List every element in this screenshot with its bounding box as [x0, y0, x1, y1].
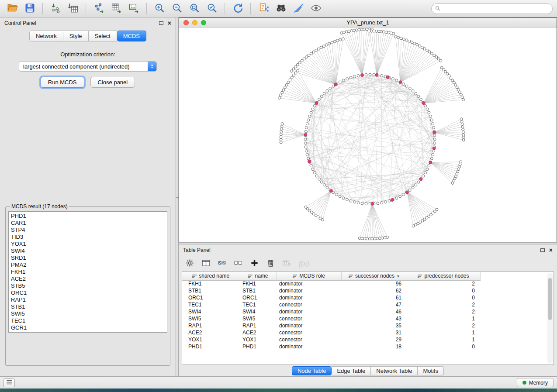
table-tab-network-table[interactable]: Network Table — [371, 366, 418, 375]
table-cell[interactable]: 43 — [341, 315, 407, 322]
table-cell[interactable]: RAP1 — [240, 322, 277, 329]
table-cell[interactable]: PHD1 — [182, 343, 240, 350]
table-cell[interactable]: ORC1 — [240, 294, 277, 301]
table-cell[interactable]: ORC1 — [182, 294, 240, 301]
scrollbar-thumb[interactable] — [548, 278, 552, 320]
table-cell[interactable]: dominator — [277, 280, 341, 287]
column-header-successor-nodes[interactable]: successor nodes▾ — [341, 272, 407, 280]
table-cell[interactable]: connector — [277, 315, 341, 322]
mcds-result-item[interactable]: FKH1 — [9, 268, 167, 275]
table-cell[interactable]: 0 — [407, 294, 480, 301]
network-canvas[interactable] — [179, 28, 556, 242]
table-cell[interactable]: SWI4 — [240, 308, 277, 315]
table-row[interactable]: ACE2ACE2connector311 — [182, 329, 480, 336]
table-cell[interactable]: 61 — [341, 294, 407, 301]
deselect-all-button[interactable] — [234, 259, 242, 268]
table-cell[interactable]: FKH1 — [240, 280, 277, 287]
table-row[interactable]: RAP1RAP1dominator352 — [182, 322, 480, 329]
table-cell[interactable]: dominator — [277, 308, 341, 315]
table-cell[interactable]: 1 — [407, 336, 480, 343]
table-cell[interactable]: 18 — [341, 343, 407, 350]
table-scrollbar[interactable] — [547, 273, 553, 364]
mcds-result-item[interactable]: SWI4 — [9, 248, 167, 254]
table-cell[interactable]: 1 — [407, 329, 480, 336]
open-file-button[interactable] — [4, 2, 20, 16]
add-column-button[interactable] — [250, 259, 259, 268]
mcds-result-item[interactable]: TEC1 — [9, 317, 167, 324]
tab-style[interactable]: Style — [63, 31, 89, 41]
table-cell[interactable]: 46 — [341, 308, 407, 315]
mcds-result-item[interactable]: ORC1 — [9, 289, 167, 296]
show-columns-button[interactable] — [202, 259, 210, 268]
table-row[interactable]: SWI4SWI4dominator462 — [182, 308, 480, 315]
table-cell[interactable]: SWI5 — [182, 315, 240, 322]
select-all-button[interactable] — [218, 259, 226, 268]
table-settings-button[interactable] — [186, 259, 194, 268]
table-cell[interactable]: 0 — [407, 287, 480, 294]
table-cell[interactable]: 2 — [407, 280, 480, 287]
mcds-result-item[interactable]: YOX1 — [9, 241, 167, 248]
mcds-result-item[interactable]: STB5 — [9, 282, 167, 289]
table-cell[interactable]: 0 — [407, 343, 480, 350]
close-mcds-panel-button[interactable]: Close panel — [90, 77, 135, 88]
table-cell[interactable]: SWI4 — [182, 308, 240, 315]
refresh-layout-button[interactable] — [230, 2, 246, 16]
table-cell[interactable]: TEC1 — [182, 301, 240, 308]
table-cell[interactable]: 31 — [341, 329, 407, 336]
table-cell[interactable]: ACE2 — [182, 329, 240, 336]
table-row[interactable]: PHD1PHD1dominator180 — [182, 343, 480, 350]
table-cell[interactable]: ACE2 — [240, 329, 277, 336]
collapse-panel-icon[interactable]: ◀ — [176, 196, 178, 199]
table-cell[interactable]: YOX1 — [182, 336, 240, 343]
mcds-result-item[interactable]: PHD1 — [9, 213, 167, 220]
mcds-result-list[interactable]: PHD1CAR1STP4TID3YOX1SWI4SRD1PMA2FKH1ACE2… — [8, 211, 167, 333]
tab-mcds[interactable]: MCDS — [117, 31, 146, 41]
optimization-criterion-select[interactable]: largest connected component (undirected)… — [19, 61, 157, 72]
column-header-name[interactable]: name — [240, 272, 277, 280]
mcds-result-item[interactable]: SWI5 — [9, 310, 167, 317]
column-header-shared-name[interactable]: shared name — [182, 272, 240, 280]
show-panels-button[interactable] — [3, 378, 15, 387]
delete-column-button[interactable] — [266, 259, 275, 268]
minimize-window-button[interactable] — [192, 20, 197, 25]
function-builder-button[interactable]: f(x) — [299, 259, 309, 268]
zoom-in-button[interactable] — [152, 2, 167, 16]
table-cell[interactable]: STB1 — [240, 287, 277, 294]
table-cell[interactable]: SWI5 — [240, 315, 277, 322]
table-cell[interactable]: PHD1 — [240, 343, 277, 350]
mcds-result-item[interactable]: STP4 — [9, 227, 167, 234]
table-cell[interactable]: connector — [277, 329, 341, 336]
table-tab-motifs[interactable]: Motifs — [418, 366, 444, 375]
table-cell[interactable]: 62 — [341, 287, 407, 294]
close-panel-icon[interactable]: × — [168, 20, 171, 26]
table-cell[interactable]: dominator — [277, 322, 341, 329]
table-cell[interactable]: 2 — [407, 301, 480, 308]
table-cell[interactable]: STB1 — [182, 287, 240, 294]
table-cell[interactable]: dominator — [277, 294, 341, 301]
zoom-selected-button[interactable] — [204, 2, 220, 16]
mcds-result-item[interactable]: ACE2 — [9, 275, 167, 282]
zoom-out-button[interactable] — [169, 2, 185, 16]
table-cell[interactable]: connector — [277, 336, 341, 343]
save-session-button[interactable] — [22, 2, 38, 16]
table-row[interactable]: STB1STB1dominator620 — [182, 287, 480, 294]
mcds-result-item[interactable]: CAR1 — [9, 220, 167, 227]
mcds-result-item[interactable]: GCR1 — [9, 324, 167, 331]
tab-select[interactable]: Select — [89, 31, 117, 41]
table-row[interactable]: YOX1YOX1connector291 — [182, 336, 480, 343]
table-cell[interactable]: 35 — [341, 322, 407, 329]
tab-network[interactable]: Network — [29, 31, 63, 41]
graphics-details-button[interactable] — [308, 2, 324, 16]
column-header-mcds-role[interactable]: MCDS role — [277, 272, 341, 280]
delete-table-button[interactable] — [283, 259, 291, 268]
table-cell[interactable]: YOX1 — [240, 336, 277, 343]
document-share-button[interactable] — [256, 2, 271, 16]
mcds-result-item[interactable]: PMA2 — [9, 261, 167, 268]
table-cell[interactable]: 29 — [341, 336, 407, 343]
table-row[interactable]: TEC1TEC1connector472 — [182, 301, 480, 308]
float-table-panel-icon[interactable] — [540, 248, 545, 252]
table-cell[interactable]: 47 — [341, 301, 407, 308]
table-tab-node-table[interactable]: Node Table — [292, 366, 332, 375]
import-table-button[interactable] — [65, 2, 81, 16]
table-row[interactable]: FKH1FKH1dominator962 — [182, 280, 480, 287]
